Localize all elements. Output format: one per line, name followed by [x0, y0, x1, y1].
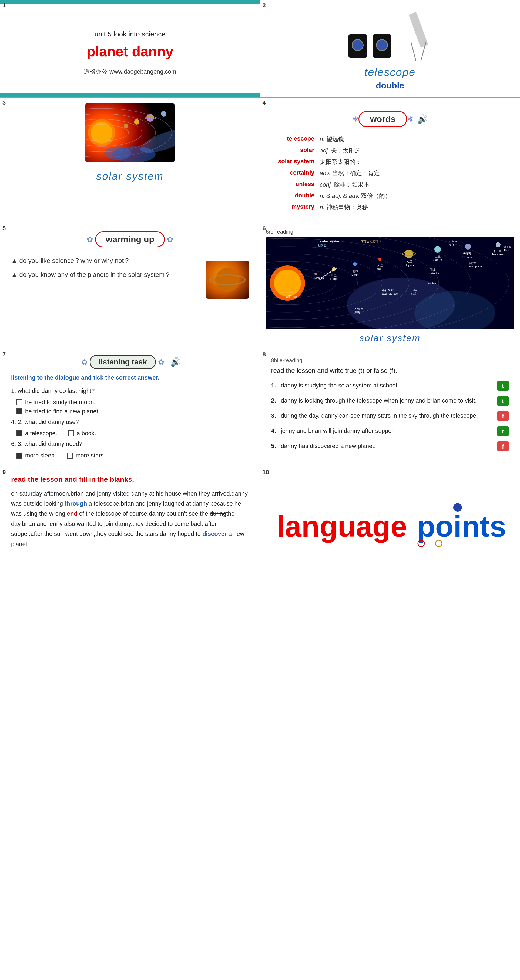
listening-label: listening task: [90, 355, 156, 369]
svg-text:小行星带: 小行星带: [382, 288, 394, 292]
flower-icon-r7: ✿: [158, 358, 164, 367]
svg-point-12: [104, 146, 131, 160]
word-row-5: unless conj. 除非；如果不: [271, 181, 509, 189]
reading-label: 8hile-reading: [271, 357, 509, 364]
svg-text:Jupiter: Jupiter: [405, 264, 414, 267]
binoculars-image: [346, 31, 394, 61]
bottom-bar-1: [0, 93, 260, 97]
cell-7: 7 ✿ listening task ✿ 🔊 listening to the …: [0, 349, 260, 467]
passage-part-3: of the telescope.of course,danny couldn'…: [78, 510, 210, 517]
q7-1: 1. what did danny do last night?: [11, 386, 249, 396]
speaker-icon-7: 🔊: [170, 357, 181, 367]
word-term-3: solar system: [271, 158, 320, 166]
top-bar-1: [0, 0, 260, 4]
svg-text:@英语词汇精华: @英语词汇精华: [360, 240, 381, 243]
svg-text:太阳sun: 太阳sun: [285, 295, 297, 299]
svg-text:orbit: orbit: [412, 288, 417, 292]
svg-point-6: [124, 124, 128, 128]
svg-text:Uranus: Uranus: [463, 256, 472, 259]
svg-text:dwarf planet: dwarf planet: [468, 265, 483, 268]
svg-text:Neptune: Neptune: [492, 253, 504, 256]
language-points-svg: language points: [274, 501, 506, 550]
solar-diagram: 太阳sun 木星 Jupiter 土星 Saturn 天王星 Uranus 海王…: [266, 237, 515, 329]
word-def-6: n. & adj. & adv. 双倍（的）: [320, 192, 509, 200]
svg-text:地球: 地球: [352, 269, 358, 273]
cell-6: 6 6re-reading: [260, 223, 520, 349]
cell-8: 8 8hile-reading read the lesson and writ…: [260, 349, 520, 467]
tf-num-3: 3.: [271, 411, 281, 420]
svg-text:points: points: [417, 510, 506, 543]
flower-icon-right: ✿: [167, 235, 173, 244]
answer-text-1b: he tried to find a new planet.: [25, 408, 100, 415]
tf-num-2: 2.: [271, 396, 281, 405]
word-term-5: unless: [271, 181, 320, 189]
word-def-2: adj. 关于太阳的: [320, 146, 509, 154]
svg-point-28: [314, 272, 317, 275]
cell-2: 2 telescope double: [260, 0, 520, 97]
word-row-3: solar system 太阳系太阳的；: [271, 158, 509, 166]
svg-text:矮行星: 矮行星: [468, 262, 477, 265]
words-table: telescope n. 望远镜 solar adj. 关于太阳的 solar …: [271, 135, 509, 212]
svg-point-36: [496, 242, 501, 247]
svg-text:satellite: satellite: [429, 272, 439, 275]
svg-point-8: [146, 114, 154, 122]
svg-point-35: [465, 243, 471, 250]
word-row-6: double n. & adj. & adv. 双倍（的）: [271, 192, 509, 200]
cell-number-2: 2: [263, 2, 266, 9]
cell-number-5: 5: [2, 225, 6, 232]
tf-num-1: 1.: [271, 381, 281, 390]
tf-badge-4: t: [497, 426, 509, 436]
word-def-4: adv. 当然；确定；肯定: [320, 169, 509, 177]
cell-number-7: 7: [2, 351, 6, 358]
svg-text:太阳系: 太阳系: [317, 244, 327, 248]
word-term-7: mystery: [271, 203, 320, 212]
website: 道格办公-www.daogebangong.com: [84, 68, 176, 76]
tf-badge-3: f: [497, 411, 509, 421]
svg-text:rotate: rotate: [450, 240, 457, 243]
answer-1b: he tried to find a new planet.: [16, 408, 249, 415]
svg-point-31: [378, 258, 381, 261]
telescope-images: [346, 7, 434, 61]
svg-text:Pluto: Pluto: [504, 249, 510, 252]
answer-text-3b: more stars.: [76, 452, 105, 459]
double-word: double: [376, 81, 404, 91]
speaker-icon: 🔊: [417, 114, 428, 124]
tf-item-2: 2. danny is looking through the telescop…: [271, 396, 509, 406]
checkbox-1b[interactable]: [16, 409, 22, 414]
cell-number-10: 10: [263, 469, 269, 476]
word-row-2: solar adj. 关于太阳的: [271, 146, 509, 154]
tf-item-5: 5. danny has discovered a new planet. f: [271, 441, 509, 451]
flower-icon-left: ✿: [87, 235, 93, 244]
checkbox-2b[interactable]: [68, 430, 74, 436]
cell-number-6: 6: [263, 225, 266, 232]
tf-text-3: during the day, danny can see many stars…: [281, 411, 493, 420]
word-row-1: telescope n. 望远镜: [271, 135, 509, 143]
checkbox-3b[interactable]: [67, 453, 73, 458]
cell-1: 1 unit 5 look into science planet danny …: [0, 0, 260, 97]
checkbox-3a[interactable]: [16, 453, 22, 458]
checkbox-1a[interactable]: [16, 399, 22, 405]
word-def-7: n. 神秘事物；奥秘: [320, 203, 509, 212]
listening-instruction: listening to the dialogue and tick the c…: [11, 374, 249, 381]
passage-discover: discover: [202, 530, 227, 537]
tf-num-5: 5.: [271, 441, 281, 450]
planet-thumbnail: [206, 261, 249, 299]
svg-point-9: [161, 111, 166, 116]
svg-point-30: [353, 262, 357, 266]
tf-item-1: 1. danny is studying the solar system at…: [271, 381, 509, 391]
main-title: planet danny: [87, 43, 173, 59]
checkbox-2a[interactable]: [16, 430, 22, 436]
svg-text:火星: 火星: [377, 264, 383, 267]
main-grid: 1 unit 5 look into science planet danny …: [0, 0, 520, 586]
word-row-4: certainly adv. 当然；确定；肯定: [271, 169, 509, 177]
svg-text:轨道: 轨道: [411, 292, 417, 295]
cell-10: 10 language points: [260, 467, 520, 586]
answer-text-1a: he tried to study the moon.: [25, 399, 96, 406]
svg-text:海王星: 海王星: [493, 249, 502, 253]
solar-system-image: [86, 103, 174, 162]
bino-left: [348, 34, 367, 58]
svg-text:水星: 水星: [331, 274, 336, 277]
passage-end: end: [67, 510, 78, 517]
cell-number-3: 3: [2, 99, 6, 106]
planet-svg: [206, 261, 249, 299]
